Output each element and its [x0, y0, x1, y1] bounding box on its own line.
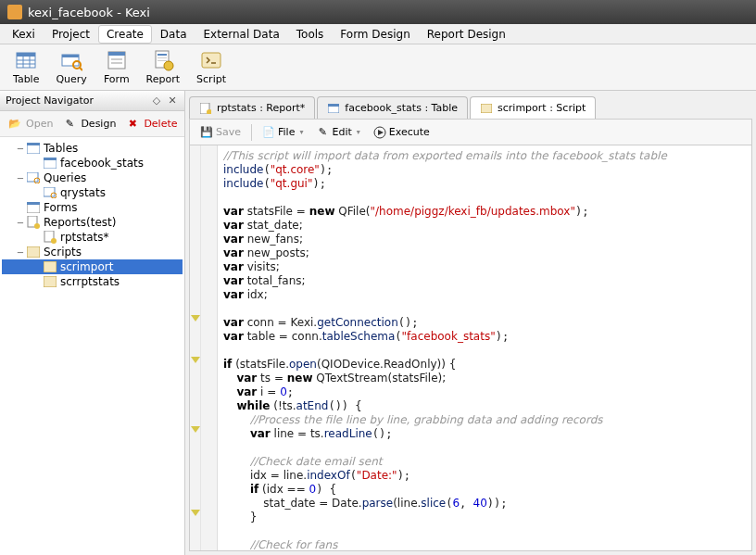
window-title: kexi_facebook - Kexi: [28, 6, 150, 19]
menu-data[interactable]: Data: [152, 25, 195, 44]
project-tree[interactable]: −Tables facebook_stats −Queries qrystats…: [0, 137, 184, 555]
form-icon: [26, 201, 41, 214]
table-icon: [43, 157, 57, 170]
svg-rect-25: [44, 187, 55, 196]
execute-button[interactable]: Execute: [369, 123, 435, 142]
edit-icon: ✎: [316, 126, 329, 139]
query-icon: [26, 171, 41, 184]
save-button[interactable]: 💾Save: [195, 123, 246, 142]
table-icon: [15, 49, 37, 71]
editor-toolbar: 💾Save 📄File ✎Edit Execute: [189, 119, 752, 145]
svg-rect-16: [158, 57, 167, 58]
tree-forms[interactable]: Forms: [2, 200, 183, 215]
tree-reports[interactable]: −Reports(test): [2, 215, 183, 230]
menubar: Kexi Project Create Data External Data T…: [0, 24, 756, 44]
tree-tables[interactable]: −Tables: [2, 141, 183, 156]
svg-rect-39: [328, 104, 339, 107]
marker-gutter: [190, 145, 201, 550]
file-icon: 📄: [262, 126, 275, 139]
report-icon: [199, 102, 212, 115]
toolbar-script[interactable]: Script: [191, 47, 232, 87]
panel-close-icon[interactable]: ✕: [166, 95, 179, 107]
toolbar: Table Query Form Report Script: [0, 44, 756, 91]
svg-rect-11: [108, 52, 125, 56]
panel-tools: 📂Open ✎Design ✖Delete: [0, 111, 184, 137]
toolbar-table[interactable]: Table: [7, 47, 44, 87]
svg-rect-13: [111, 62, 122, 64]
toolbar-report[interactable]: Report: [141, 47, 185, 87]
script-icon: [26, 246, 41, 259]
code-editor[interactable]: //This script will import data from expo…: [189, 145, 752, 551]
project-navigator-panel: Project Navigator ◇ ✕ 📂Open ✎Design ✖Del…: [0, 91, 185, 555]
tree-item-qrystats[interactable]: qrystats: [2, 185, 183, 200]
save-icon: 💾: [200, 126, 213, 139]
svg-rect-35: [44, 276, 57, 287]
tree-queries[interactable]: −Queries: [2, 170, 183, 185]
delete-icon: ✖: [125, 117, 140, 132]
tab-scrimport[interactable]: scrimport : Script: [470, 96, 596, 119]
script-icon: [480, 102, 493, 115]
delete-button[interactable]: ✖Delete: [121, 115, 181, 133]
panel-header: Project Navigator ◇ ✕: [0, 91, 184, 111]
menu-project[interactable]: Project: [44, 25, 98, 44]
tabbar: rptstats : Report* facebook_stats : Tabl…: [185, 95, 756, 119]
menu-external-data[interactable]: External Data: [195, 25, 287, 44]
svg-point-30: [34, 223, 40, 229]
svg-rect-1: [17, 53, 35, 57]
form-icon: [106, 49, 128, 71]
menu-report-design[interactable]: Report Design: [419, 25, 514, 44]
svg-rect-23: [27, 172, 38, 182]
report-icon: [26, 216, 41, 229]
design-button[interactable]: ✎Design: [58, 115, 120, 133]
svg-rect-33: [27, 246, 40, 258]
report-icon: [152, 49, 174, 71]
tab-rptstats[interactable]: rptstats : Report*: [189, 96, 315, 119]
report-icon: [43, 231, 57, 244]
svg-rect-34: [44, 261, 57, 272]
script-icon: [43, 275, 57, 288]
design-icon: ✎: [62, 117, 77, 132]
svg-rect-15: [158, 54, 167, 56]
panel-title: Project Navigator: [6, 95, 94, 107]
tab-facebook-stats[interactable]: facebook_stats : Table: [317, 96, 468, 119]
script-icon: [43, 260, 57, 273]
menu-form-design[interactable]: Form Design: [332, 25, 418, 44]
script-icon: [200, 49, 222, 71]
tree-scripts[interactable]: −Scripts: [2, 245, 183, 259]
open-icon: 📂: [7, 117, 22, 132]
table-icon: [26, 142, 41, 155]
svg-rect-28: [27, 202, 40, 205]
svg-rect-12: [111, 58, 122, 60]
tree-item-scrrptstats[interactable]: scrrptstats: [2, 274, 183, 289]
query-icon: [60, 49, 82, 71]
svg-point-32: [51, 238, 57, 244]
table-icon: [327, 102, 340, 115]
query-icon: [43, 186, 57, 199]
svg-rect-22: [44, 158, 57, 160]
app-icon: [7, 5, 22, 19]
tree-item-scrimport[interactable]: scrimport: [2, 259, 183, 274]
window-titlebar: kexi_facebook - Kexi: [0, 0, 756, 24]
svg-rect-20: [27, 143, 40, 145]
svg-rect-7: [62, 55, 79, 57]
line-gutter: [201, 145, 218, 550]
menu-tools[interactable]: Tools: [288, 25, 333, 44]
tree-item-facebook-stats[interactable]: facebook_stats: [2, 156, 183, 170]
svg-point-18: [164, 61, 173, 70]
code-area[interactable]: //This script will import data from expo…: [218, 145, 751, 550]
svg-line-9: [80, 68, 82, 70]
menu-kexi[interactable]: Kexi: [4, 25, 44, 44]
svg-rect-17: [158, 60, 167, 61]
svg-rect-40: [481, 104, 492, 113]
panel-detach-icon[interactable]: ◇: [150, 95, 163, 107]
edit-menu[interactable]: ✎Edit: [311, 123, 364, 142]
file-menu[interactable]: 📄File: [258, 123, 308, 142]
menu-create[interactable]: Create: [98, 25, 152, 44]
open-button[interactable]: 📂Open: [4, 115, 57, 133]
toolbar-query[interactable]: Query: [50, 47, 92, 87]
tree-item-rptstats[interactable]: rptstats*: [2, 230, 183, 245]
execute-icon: [373, 126, 386, 139]
toolbar-form[interactable]: Form: [98, 47, 135, 87]
